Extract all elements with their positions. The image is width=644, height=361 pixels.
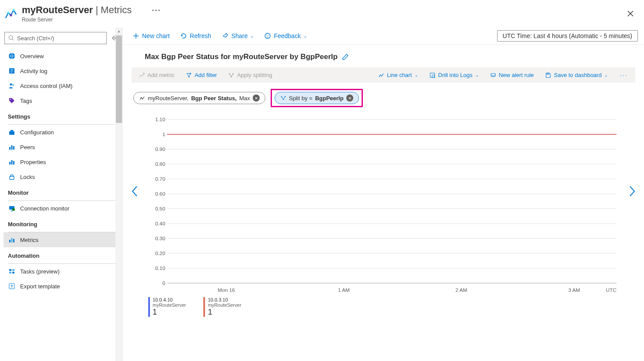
svg-point-29	[267, 35, 268, 36]
smile-icon	[264, 32, 271, 39]
drill-logs-button[interactable]: Drill into Logs ⌄	[427, 70, 481, 80]
apply-splitting-button[interactable]: Apply splitting	[226, 70, 275, 80]
sidebar-item-activity-log[interactable]: Activity log	[3, 63, 122, 78]
main-content: New chart Refresh Share ⌄ Feedback ⌄ UTC…	[122, 28, 644, 361]
sidebar-item-properties[interactable]: Properties	[3, 154, 122, 169]
sidebar-label: Metrics	[20, 237, 38, 243]
line-chart: 1.10 1 0.90 0.80 0.70 0.60 0.50 0.40 0.3…	[146, 115, 635, 294]
chart-type-label: Line chart	[387, 72, 412, 78]
filter-icon	[186, 72, 192, 78]
svg-rect-11	[9, 147, 10, 150]
scrollbar-thumb[interactable]	[116, 35, 122, 123]
metric-pill[interactable]: myRouteServer, Bgp Peer Status, Max ✕	[133, 92, 265, 104]
save-icon	[545, 72, 551, 78]
search-icon	[8, 35, 14, 41]
sidebar-label: Export template	[20, 283, 60, 290]
svg-rect-26	[12, 272, 14, 273]
ytick: 0.60	[155, 191, 165, 196]
metric-pill-resource: myRouteServer,	[148, 95, 188, 102]
sidebar-section-settings: Settings	[3, 108, 122, 123]
sidebar-item-overview[interactable]: Overview	[3, 49, 122, 63]
add-filter-label: Add filter	[195, 72, 217, 78]
title-sep: |	[96, 4, 98, 16]
svg-rect-24	[12, 269, 14, 271]
sidebar-item-peers[interactable]: Peers	[3, 140, 122, 154]
chevron-down-icon: ⌄	[604, 73, 608, 77]
split-pill[interactable]: Split by = BgpPeerIp ✕	[275, 92, 359, 104]
svg-rect-10	[10, 130, 13, 131]
chevron-down-icon: ⌄	[475, 73, 479, 77]
sidebar-item-connection-monitor[interactable]: Connection monitor	[3, 201, 122, 216]
svg-rect-17	[10, 176, 14, 179]
new-alert-button[interactable]: New alert rule	[487, 70, 536, 80]
ytick: 0.80	[155, 161, 165, 167]
legend-color-swatch	[203, 297, 205, 317]
save-dashboard-button[interactable]: Save to dashboard ⌄	[543, 70, 610, 80]
tag-icon	[8, 97, 16, 105]
refresh-button[interactable]: Refresh	[177, 31, 215, 41]
metrics-icon	[8, 236, 16, 244]
sidebar-item-tasks[interactable]: Tasks (preview)	[3, 264, 122, 279]
svg-rect-25	[9, 272, 11, 273]
sidebar-item-access-control[interactable]: Access control (IAM)	[3, 78, 122, 93]
svg-point-39	[142, 98, 143, 99]
remove-metric-button[interactable]: ✕	[253, 95, 260, 102]
sidebar-item-metrics[interactable]: Metrics	[3, 232, 122, 247]
search-input[interactable]: Search (Ctrl+/)	[4, 32, 107, 44]
toolbar: New chart Refresh Share ⌄ Feedback ⌄ UTC…	[123, 28, 644, 45]
chart-title-text: Max Bgp Peer Status for myRouteServer by…	[145, 53, 338, 61]
page-header: myRouteServer | Metrics ··· Route Server	[0, 0, 644, 27]
svg-rect-21	[11, 238, 13, 242]
sidebar-label: Peers	[20, 144, 35, 151]
share-button[interactable]: Share ⌄	[218, 31, 257, 41]
svg-point-0	[7, 12, 10, 14]
metric-pills-row: myRouteServer, Bgp Peer Status, Max ✕ Sp…	[133, 89, 635, 107]
svg-rect-9	[9, 131, 14, 135]
scrollbar[interactable]: ▲	[115, 28, 122, 361]
svg-rect-37	[547, 73, 549, 74]
prev-chart-button[interactable]	[131, 185, 139, 198]
legend-series-value: 1	[208, 308, 241, 317]
split-value: BgpPeerIp	[315, 95, 344, 102]
chart-more-button[interactable]: ···	[616, 70, 631, 80]
chevron-down-icon: ⌄	[414, 73, 418, 77]
close-button[interactable]	[624, 9, 637, 18]
feedback-button[interactable]: Feedback ⌄	[261, 31, 310, 41]
add-metric-button[interactable]: Add metric	[136, 70, 177, 80]
plus-icon	[132, 32, 139, 39]
time-range-button[interactable]: UTC Time: Last 4 hours (Automatic - 5 mi…	[497, 30, 638, 42]
sidebar-item-configuration[interactable]: Configuration	[3, 125, 122, 140]
scrollbar-up-icon[interactable]: ▲	[117, 28, 121, 35]
ytick: 0.10	[155, 266, 165, 271]
sidebar-item-tags[interactable]: Tags	[3, 93, 122, 108]
line-chart-icon	[378, 72, 384, 78]
tasks-icon	[8, 267, 16, 275]
sidebar-label: Access control (IAM)	[20, 83, 73, 89]
remove-split-button[interactable]: ✕	[346, 95, 353, 102]
split-pill-icon	[280, 95, 286, 101]
legend-series-name: 10.0.4.10	[153, 297, 186, 302]
tz-label: UTC	[606, 287, 616, 293]
new-chart-button[interactable]: New chart	[129, 31, 173, 41]
legend-item[interactable]: 10.0.4.10 myRouteServer 1	[148, 297, 186, 317]
sidebar-label: Properties	[20, 159, 46, 165]
svg-point-7	[12, 84, 14, 86]
add-filter-button[interactable]: Add filter	[183, 70, 219, 80]
svg-rect-14	[9, 162, 10, 165]
header-more-button[interactable]: ···	[152, 6, 161, 15]
alert-icon	[490, 72, 496, 78]
chart-type-button[interactable]: Line chart ⌄	[376, 70, 421, 80]
legend-item[interactable]: 10.0.3.10 myRouteServer 1	[203, 297, 241, 317]
chart-area: Max Bgp Peer Status for myRouteServer by…	[123, 45, 644, 361]
refresh-icon	[180, 32, 187, 39]
metric-pill-metric: Bgp Peer Status,	[191, 95, 237, 102]
sidebar-item-locks[interactable]: Locks	[3, 169, 122, 184]
new-chart-label: New chart	[142, 32, 170, 39]
edit-title-button[interactable]	[342, 53, 349, 60]
highlighted-split-pill: Split by = BgpPeerIp ✕	[271, 89, 363, 107]
sidebar-section-monitoring: Monitoring	[3, 216, 122, 230]
share-label: Share	[231, 32, 247, 39]
sidebar-item-export-template[interactable]: Export template	[3, 279, 122, 294]
sidebar-label: Connection monitor	[20, 205, 70, 212]
legend-series-value: 1	[153, 308, 186, 317]
